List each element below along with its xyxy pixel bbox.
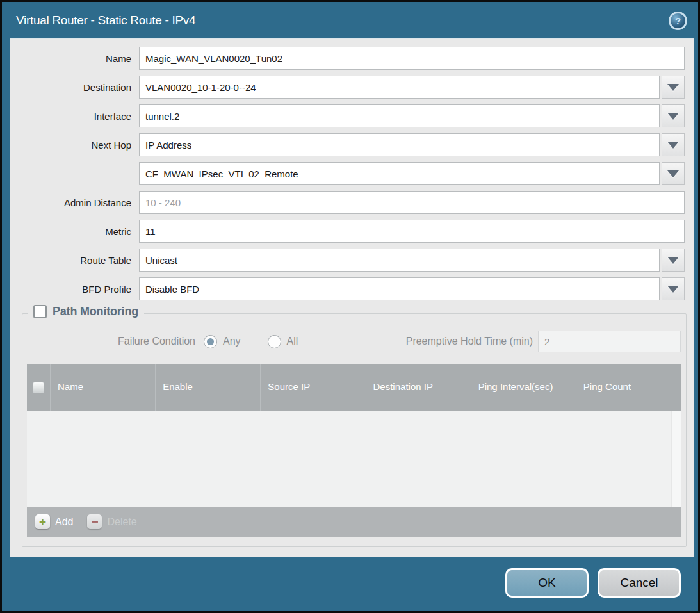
- cancel-button[interactable]: Cancel: [598, 568, 681, 598]
- metric-input[interactable]: [139, 220, 685, 243]
- destination-input[interactable]: [139, 76, 660, 99]
- form-row-name: Name: [10, 47, 685, 70]
- table-body-empty: [27, 411, 681, 507]
- plus-icon: +: [35, 514, 50, 529]
- field-label: Admin Distance: [10, 197, 131, 208]
- failure-condition-label: Failure Condition: [22, 336, 195, 347]
- path-monitoring-title: Path Monitoring: [53, 305, 138, 318]
- field-label: Next Hop: [10, 140, 131, 151]
- column-header-ping-interval: Ping Interval(sec): [471, 364, 576, 411]
- name-input[interactable]: [139, 47, 685, 70]
- field-label: BFD Profile: [10, 284, 131, 295]
- route-table-input[interactable]: [139, 249, 660, 272]
- next-hop-type-dropdown-button[interactable]: [662, 133, 685, 156]
- form-row-metric: Metric: [10, 220, 685, 243]
- form-row-route-table: Route Table: [10, 249, 685, 272]
- interface-input[interactable]: [139, 104, 660, 127]
- field-label: Name: [10, 53, 131, 64]
- static-route-dialog: Virtual Router - Static Route - IPv4 ? N…: [0, 0, 700, 613]
- path-monitoring-legend: Path Monitoring: [28, 305, 144, 318]
- failure-condition-row: Failure Condition Any All Preemptive Hol…: [22, 331, 686, 352]
- field-label: Metric: [10, 226, 131, 237]
- form-row-next-hop: Next Hop: [10, 133, 685, 156]
- path-monitoring-checkbox[interactable]: [33, 305, 47, 318]
- radio-all-label: All: [287, 336, 298, 347]
- select-all-checkbox[interactable]: [33, 382, 44, 393]
- minus-icon: −: [87, 514, 102, 529]
- field-label: Destination: [10, 82, 131, 93]
- ok-button[interactable]: OK: [505, 568, 589, 598]
- form-row-destination: Destination: [10, 76, 685, 99]
- dialog-titlebar: Virtual Router - Static Route - IPv4 ?: [2, 2, 698, 38]
- help-icon[interactable]: ?: [669, 12, 687, 30]
- table-header: Name Enable Source IP Destination IP Pin…: [27, 364, 681, 411]
- interface-dropdown-button[interactable]: [662, 104, 685, 127]
- chevron-down-icon: [667, 113, 679, 120]
- radio-any[interactable]: [204, 335, 217, 348]
- next-hop-type-input[interactable]: [139, 133, 660, 156]
- page-title: Virtual Router - Static Route - IPv4: [16, 13, 195, 28]
- radio-any-label: Any: [223, 336, 241, 347]
- column-header-destination-ip: Destination IP: [366, 364, 471, 411]
- chevron-down-icon: [667, 170, 679, 177]
- select-all-cell: [27, 364, 50, 411]
- form-row-admin-distance: Admin Distance: [10, 191, 685, 214]
- chevron-down-icon: [667, 257, 679, 264]
- next-hop-address-dropdown-button[interactable]: [662, 162, 685, 185]
- chevron-down-icon: [667, 142, 679, 149]
- field-label: Route Table: [10, 255, 131, 266]
- vertical-scrollbar[interactable]: [671, 411, 681, 507]
- field-label: Interface: [10, 111, 131, 122]
- chevron-down-icon: [667, 286, 679, 293]
- delete-button-label: Delete: [107, 516, 136, 528]
- column-header-ping-count: Ping Count: [576, 364, 681, 411]
- column-header-name: Name: [50, 364, 155, 411]
- chevron-down-icon: [667, 84, 679, 91]
- static-route-form: Name Destination Interface: [10, 39, 694, 300]
- path-monitoring-fieldset: Path Monitoring Failure Condition Any Al…: [22, 313, 687, 547]
- delete-button[interactable]: − Delete: [87, 514, 136, 529]
- column-header-enable: Enable: [155, 364, 260, 411]
- destination-dropdown-button[interactable]: [662, 76, 685, 99]
- add-button-label: Add: [55, 516, 73, 528]
- radio-all[interactable]: [268, 335, 281, 348]
- form-row-next-hop-address: [10, 162, 685, 185]
- table-toolbar: + Add − Delete: [27, 507, 681, 537]
- path-monitoring-table: Name Enable Source IP Destination IP Pin…: [27, 364, 681, 537]
- admin-distance-input[interactable]: [139, 191, 685, 214]
- next-hop-address-input[interactable]: [139, 162, 660, 185]
- preemptive-hold-time-input[interactable]: [538, 331, 681, 352]
- route-table-dropdown-button[interactable]: [662, 249, 685, 272]
- form-row-interface: Interface: [10, 104, 685, 127]
- bfd-profile-input[interactable]: [139, 277, 660, 300]
- form-row-bfd-profile: BFD Profile: [10, 277, 685, 300]
- column-header-source-ip: Source IP: [260, 364, 365, 411]
- dialog-body-panel: Name Destination Interface: [10, 38, 694, 557]
- add-button[interactable]: + Add: [35, 514, 73, 529]
- bfd-profile-dropdown-button[interactable]: [662, 277, 685, 300]
- preemptive-hold-time-label: Preemptive Hold Time (min): [406, 336, 533, 347]
